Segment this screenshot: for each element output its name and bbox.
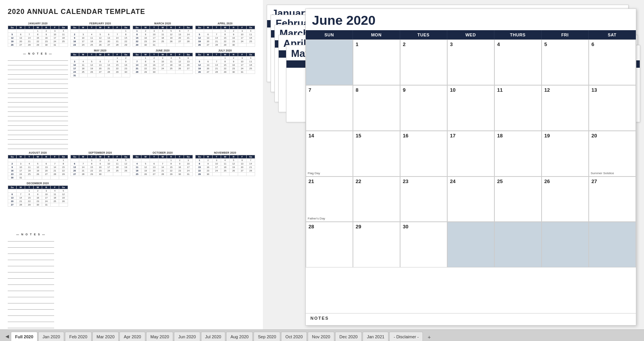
notes-line [8, 268, 54, 272]
mini-cal-header: Su [133, 155, 141, 159]
mini-cal-cell: 15 [221, 63, 229, 67]
tab-oct-2020[interactable]: Oct 2020 [281, 332, 307, 341]
mini-cal-cell: 2 [175, 159, 184, 162]
day-number: 27 [591, 178, 633, 184]
notes-line [8, 103, 68, 107]
mini-cal-cell: 19 [34, 169, 42, 173]
mini-cal-cell [87, 57, 96, 60]
mini-cal-cell [133, 159, 141, 162]
mini-cal-cell: 9 [141, 33, 150, 36]
mini-cal-cell: 15 [195, 166, 204, 169]
mini-cal-cell: 27 [204, 43, 212, 47]
mini-cal-cell: 23 [204, 169, 212, 173]
tab-full-2020[interactable]: Full 2020 [11, 332, 37, 341]
mini-cal-cell: 23 [42, 40, 51, 43]
mini-cal-cell: 6 [70, 162, 79, 166]
mini-cal-header: Su [70, 26, 79, 29]
mini-cal-cell: 12 [8, 36, 17, 40]
june-day-cell [306, 39, 353, 85]
mini-cal-cell: 4 [158, 29, 167, 33]
mini-cal-cell: 1 [221, 57, 229, 60]
tab-apr-2020[interactable]: Apr 2020 [119, 332, 145, 341]
mini-cal-cell: 4 [113, 159, 121, 162]
june-day-cell: 17 [447, 131, 494, 176]
tab-may-2020[interactable]: May 2020 [146, 332, 173, 341]
mini-cal-cell [17, 189, 25, 193]
mini-cal-header: M [79, 26, 87, 29]
notes-line [8, 98, 68, 103]
mini-cal-cell: 3 [42, 189, 51, 193]
mini-calendar-2: MARCH 2020SuMTWRFSa123456789101112131415… [133, 22, 193, 47]
day-number: 6 [591, 41, 633, 47]
mini-cal-cell: 22 [221, 40, 229, 43]
notes-line [8, 249, 54, 254]
mini-cal-cell: 25 [246, 67, 255, 70]
mini-cal-cell: 23 [96, 169, 104, 173]
june-day-cell: 24 [447, 176, 494, 222]
mini-cal-cell [96, 29, 104, 33]
tab-nov-2020[interactable]: Nov 2020 [308, 332, 334, 341]
mini-cal-cell: 12 [229, 162, 238, 166]
mini-cal-cell [158, 43, 167, 47]
mini-cal-header: M [204, 155, 212, 159]
notes-line [8, 89, 68, 93]
mini-cal-cell: 29 [141, 70, 150, 74]
mini-cal-cell: 9 [70, 36, 79, 40]
tab-nav-left[interactable]: ◀ [3, 332, 11, 341]
day-number: 7 [308, 87, 350, 93]
mini-cal-cell: 13 [70, 166, 79, 169]
tab---disclaimer--[interactable]: - Disclaimer - [389, 332, 423, 341]
mini-cal-header: W [221, 26, 229, 29]
mini-cal-cell: 24 [79, 43, 87, 47]
mini-cal-cell: 29 [34, 43, 42, 47]
tab-jan-2021[interactable]: Jan 2021 [363, 332, 388, 341]
tab-jul-2020[interactable]: Jul 2020 [201, 332, 226, 341]
mini-cal-cell [195, 57, 204, 60]
mini-cal-cell: 2 [150, 57, 158, 60]
tab-feb-2020[interactable]: Feb 2020 [65, 332, 91, 341]
mini-cal-cell: 27 [175, 40, 184, 43]
mini-cal-cell: 29 [167, 173, 175, 176]
mini-cal-header: T [87, 53, 96, 57]
mini-cal-cell: 3 [212, 159, 221, 162]
june-day-cell: 27 [589, 176, 636, 222]
june-day-cell: 18 [494, 131, 542, 176]
mini-cal-cell: 23 [70, 43, 79, 47]
mini-cal-cell: 17 [158, 63, 167, 67]
mini-cal-header: T [150, 155, 158, 159]
mini-cal-cell: 16 [121, 63, 130, 67]
tab-sep-2020[interactable]: Sep 2020 [254, 332, 280, 341]
mini-cal-cell: 14 [133, 63, 141, 67]
tab-jan-2020[interactable]: Jan 2020 [38, 332, 64, 341]
mini-cal-header: Su [70, 155, 79, 159]
mini-cal-cell: 21 [79, 169, 87, 173]
notes-line [8, 299, 54, 303]
mini-cal-cell: 15 [34, 36, 42, 40]
mini-cal-cell: 16 [229, 63, 238, 67]
mini-cal-cell: 8 [141, 60, 150, 63]
mini-calendar-6: JULY 2020SuMTWRFSa1234567891011121314151… [195, 49, 256, 149]
mini-cal-cell: 16 [229, 36, 238, 40]
mini-cal-header: Su [8, 26, 17, 29]
tab-dec-2020[interactable]: Dec 2020 [335, 332, 362, 341]
add-tab-button[interactable]: + [425, 333, 433, 341]
mini-cal-cell: 18 [79, 67, 87, 70]
tab-jun-2020[interactable]: Jun 2020 [174, 332, 200, 341]
notes-line [8, 280, 54, 285]
mini-cal-cell: 3 [104, 159, 113, 162]
tab-aug-2020[interactable]: Aug 2020 [226, 332, 253, 341]
mini-cal-cell: 27 [204, 70, 212, 74]
mini-cal-header: M [17, 186, 25, 189]
mini-cal-cell: 21 [184, 36, 193, 40]
mini-cal-cell: 4 [87, 33, 96, 36]
mini-cal-cell: 10 [51, 33, 59, 36]
mini-cal-cell: 22 [87, 169, 96, 173]
mini-cal-cell: 4 [133, 162, 141, 166]
mini-cal-cell: 2 [34, 189, 42, 193]
mini-cal-cell: 9 [8, 166, 17, 169]
tab-mar-2020[interactable]: Mar 2020 [92, 332, 119, 341]
mini-cal-cell [17, 159, 25, 162]
mini-cal-header: M [17, 155, 25, 159]
mini-cal-header: M [79, 155, 87, 159]
mini-cal-cell: 26 [8, 43, 17, 47]
